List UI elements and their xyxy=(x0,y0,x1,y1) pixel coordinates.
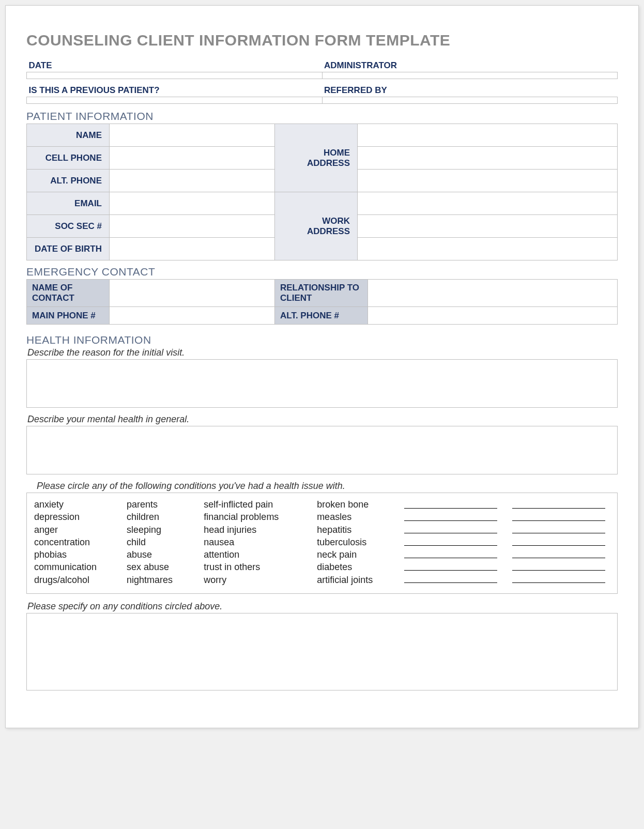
name-input[interactable] xyxy=(110,124,275,147)
condition-item: drugs/alcohol xyxy=(34,574,116,586)
condition-item: nausea xyxy=(204,536,306,548)
blank-line[interactable] xyxy=(512,535,605,546)
email-label: EMAIL xyxy=(74,198,102,208)
relationship-label: RELATIONSHIP TO CLIENT xyxy=(280,283,359,303)
relationship-input[interactable] xyxy=(368,280,618,307)
condition-item: trust in others xyxy=(204,561,306,573)
previous-patient-input[interactable] xyxy=(27,97,323,104)
general-textarea[interactable] xyxy=(26,426,618,474)
conditions-col-1: anxietydepressionangerconcentrationphobi… xyxy=(34,498,116,586)
blank-line[interactable] xyxy=(512,523,605,533)
condition-item: child xyxy=(127,536,193,548)
referred-by-label: REFERRED BY xyxy=(324,85,387,95)
conditions-col-3: self-inflicted painfinancial problemshea… xyxy=(204,498,306,586)
work-address-label: WORK ADDRESS xyxy=(307,216,350,236)
soc-sec-label: SOC SEC # xyxy=(55,221,102,231)
condition-item: financial problems xyxy=(204,511,306,523)
section-emergency: EMERGENCY CONTACT xyxy=(26,266,618,278)
condition-item: hepatitis xyxy=(317,524,394,536)
home-address-line3[interactable] xyxy=(358,170,618,192)
alt-phone-input[interactable] xyxy=(110,170,275,192)
condition-item: attention xyxy=(204,548,306,561)
dob-input[interactable] xyxy=(110,238,275,260)
condition-item: broken bone xyxy=(317,498,394,511)
section-health: HEALTH INFORMATION xyxy=(26,334,618,346)
condition-item: worry xyxy=(204,574,306,586)
conditions-col-2: parentschildrensleepingchildabusesex abu… xyxy=(127,498,193,586)
name-label: NAME xyxy=(76,130,102,140)
condition-item: parents xyxy=(127,498,193,511)
condition-item: phobias xyxy=(34,548,116,561)
administrator-label: ADMINISTRATOR xyxy=(324,60,397,70)
work-address-line1[interactable] xyxy=(358,192,618,215)
general-instruction: Describe your mental health in general. xyxy=(26,414,618,425)
blank-line[interactable] xyxy=(404,523,497,533)
blank-line[interactable] xyxy=(512,573,605,583)
condition-item: diabetes xyxy=(317,561,394,573)
reason-instruction: Describe the reason for the initial visi… xyxy=(26,347,618,358)
condition-item: anger xyxy=(34,524,116,536)
condition-item: anxiety xyxy=(34,498,116,511)
blank-line[interactable] xyxy=(404,498,497,509)
blank-line[interactable] xyxy=(512,511,605,521)
condition-item: head injuries xyxy=(204,524,306,536)
blank-line[interactable] xyxy=(404,548,497,558)
condition-item: communication xyxy=(34,561,116,573)
condition-item: concentration xyxy=(34,536,116,548)
emergency-alt-phone-input[interactable] xyxy=(368,307,618,325)
condition-item: sex abuse xyxy=(127,561,193,573)
conditions-col-4: broken bonemeasleshepatitistuberculosisn… xyxy=(317,498,394,586)
condition-item: neck pain xyxy=(317,548,394,561)
administrator-input[interactable] xyxy=(322,72,618,79)
date-label: DATE xyxy=(29,60,52,70)
home-address-label: HOME ADDRESS xyxy=(307,148,350,168)
referred-by-input[interactable] xyxy=(322,97,618,104)
section-patient-info: PATIENT INFORMATION xyxy=(26,110,618,122)
specify-instruction: Please specify on any conditions circled… xyxy=(26,601,618,612)
meta-row-2: IS THIS A PREVIOUS PATIENT? REFERRED BY xyxy=(26,85,618,104)
work-address-line3[interactable] xyxy=(358,238,618,260)
blank-line[interactable] xyxy=(404,535,497,546)
contact-name-label: NAME OF CONTACT xyxy=(32,283,74,303)
circle-instruction: Please circle any of the following condi… xyxy=(26,481,618,492)
page-title: COUNSELING CLIENT INFORMATION FORM TEMPL… xyxy=(26,32,618,49)
home-address-line1[interactable] xyxy=(358,124,618,147)
condition-item: nightmares xyxy=(127,574,193,586)
alt-phone-label: ALT. PHONE xyxy=(50,176,102,186)
emergency-alt-phone-label: ALT. PHONE # xyxy=(280,311,339,320)
condition-item: artificial joints xyxy=(317,574,394,586)
form-page: COUNSELING CLIENT INFORMATION FORM TEMPL… xyxy=(5,5,639,728)
condition-item: self-inflicted pain xyxy=(204,498,306,511)
date-input[interactable] xyxy=(27,72,323,79)
cell-phone-label: CELL PHONE xyxy=(45,153,102,163)
blank-line[interactable] xyxy=(512,498,605,509)
condition-item: depression xyxy=(34,511,116,523)
cell-phone-input[interactable] xyxy=(110,147,275,170)
blank-line[interactable] xyxy=(404,573,497,583)
soc-sec-input[interactable] xyxy=(110,215,275,238)
conditions-box: anxietydepressionangerconcentrationphobi… xyxy=(26,493,618,594)
condition-item: measles xyxy=(317,511,394,523)
blank-line[interactable] xyxy=(404,511,497,521)
email-input[interactable] xyxy=(110,192,275,215)
dob-label: DATE OF BIRTH xyxy=(35,244,102,254)
condition-item: tuberculosis xyxy=(317,536,394,548)
previous-patient-label: IS THIS A PREVIOUS PATIENT? xyxy=(29,85,160,95)
work-address-line2[interactable] xyxy=(358,215,618,238)
emergency-table: NAME OF CONTACT RELATIONSHIP TO CLIENT M… xyxy=(26,279,618,325)
blank-line[interactable] xyxy=(404,560,497,571)
patient-info-table: NAME HOME ADDRESS CELL PHONE ALT. PHONE … xyxy=(26,124,618,260)
conditions-blank-col-2 xyxy=(512,498,610,586)
blank-line[interactable] xyxy=(512,548,605,558)
contact-name-input[interactable] xyxy=(110,280,275,307)
home-address-line2[interactable] xyxy=(358,147,618,170)
meta-row-1: DATE ADMINISTRATOR xyxy=(26,60,618,79)
main-phone-input[interactable] xyxy=(110,307,275,325)
condition-item: sleeping xyxy=(127,524,193,536)
condition-item: abuse xyxy=(127,548,193,561)
specify-textarea[interactable] xyxy=(26,613,618,690)
blank-line[interactable] xyxy=(512,560,605,571)
conditions-blank-col-1 xyxy=(404,498,502,586)
main-phone-label: MAIN PHONE # xyxy=(32,311,96,320)
reason-textarea[interactable] xyxy=(26,359,618,408)
